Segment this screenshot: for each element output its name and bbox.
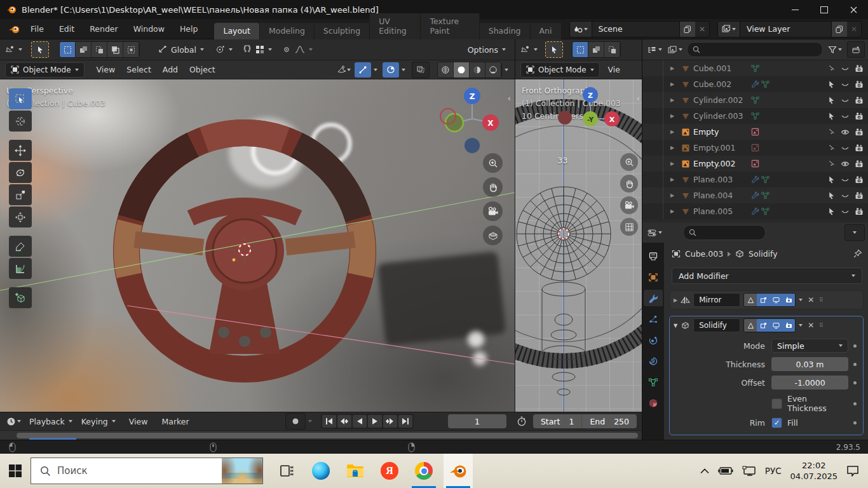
visibility-icon[interactable] [841, 207, 850, 216]
task-view-button[interactable] [272, 454, 301, 488]
solidify-mode-dropdown[interactable]: Simple [771, 339, 848, 353]
solidify-cage-toggle[interactable] [757, 319, 770, 332]
expand-arrow-icon[interactable]: ▶ [670, 145, 678, 151]
select-mode-invert[interactable] [107, 42, 123, 57]
thickness-field[interactable]: 0.03 m [771, 357, 848, 371]
expand-arrow-icon[interactable]: ▶ [670, 193, 678, 198]
pan-view-button[interactable] [483, 177, 503, 197]
outliner-row-plane.003[interactable]: ▶Plane.003 [642, 172, 868, 187]
outliner-row-cube.002[interactable]: ▶Cube.002 [642, 76, 868, 92]
properties-options-dropdown[interactable] [844, 224, 865, 241]
menu-window[interactable]: Window [126, 19, 172, 39]
tool-annotate[interactable] [9, 236, 32, 257]
menu-render[interactable]: Render [82, 19, 126, 39]
mirror-close-icon[interactable]: ✕ [806, 295, 816, 304]
scene-icon[interactable] [570, 22, 592, 37]
render-visibility-icon[interactable] [855, 144, 864, 152]
selectability-icon[interactable] [827, 80, 836, 88]
current-frame-field[interactable]: 1 [448, 414, 506, 428]
animate-rim-dot[interactable] [853, 421, 857, 424]
visibility-icon[interactable] [841, 80, 850, 89]
tab-object-data-properties[interactable] [644, 374, 663, 390]
object-name[interactable]: Plane.004 [693, 191, 748, 200]
select-mode-intersect[interactable] [123, 42, 139, 57]
close-button[interactable] [839, 0, 868, 19]
select-box-tool-button-ortho[interactable] [545, 41, 563, 58]
expand-arrow-icon[interactable]: ▶ [670, 161, 678, 166]
workspace-tab-sculpting[interactable]: Sculpting [315, 23, 370, 39]
new-view-layer-button[interactable] [831, 22, 847, 37]
expand-arrow-icon[interactable]: ▶ [670, 81, 678, 87]
camera-view-button-ortho[interactable] [620, 196, 638, 214]
workspace-tab-texture-paint[interactable]: Texture Paint [421, 13, 479, 39]
viewport-menu-view[interactable]: View [91, 65, 121, 74]
outliner-row-cylinder.003[interactable]: ▶Cylinder.003 [642, 108, 868, 124]
expand-arrow-icon[interactable]: ▶ [670, 97, 678, 103]
remove-view-layer-button[interactable]: ✕ [847, 22, 861, 37]
outliner-row-cube.001[interactable]: ▶Cube.001 [642, 60, 868, 76]
viewport-canvas-ortho[interactable]: Front Orthographic (1) Collection | Cube… [515, 79, 642, 412]
selectability-icon[interactable] [827, 64, 836, 72]
object-name[interactable]: Empty [693, 127, 748, 137]
expand-mirror-icon[interactable]: ▶ [674, 297, 677, 303]
options-dropdown[interactable]: Options [468, 45, 506, 55]
add-modifier-dropdown[interactable]: Add Modifier [672, 268, 862, 284]
file-explorer-icon[interactable] [341, 454, 370, 488]
view-layer-icon[interactable] [718, 22, 740, 37]
snap-settings-dropdown[interactable] [255, 45, 272, 54]
active-tool-dropdown-ortho[interactable] [520, 42, 538, 57]
play-reverse-button[interactable] [353, 415, 367, 428]
animate-mode-dot[interactable] [853, 344, 857, 348]
selectability-icon[interactable] [827, 128, 836, 136]
mirror-render-toggle[interactable] [782, 294, 795, 306]
outliner-row-plane.004[interactable]: ▶Plane.004 [642, 187, 868, 203]
edge-browser-icon[interactable] [306, 454, 336, 488]
new-scene-button[interactable] [679, 22, 695, 37]
selectability-icon[interactable] [827, 175, 836, 184]
search-highlight-image[interactable] [222, 458, 262, 484]
tool-move[interactable] [9, 140, 32, 161]
tab-particle-properties[interactable] [644, 311, 663, 327]
chrome-browser-icon[interactable] [409, 454, 438, 488]
object-name[interactable]: Empty.001 [693, 143, 748, 152]
render-visibility-icon[interactable] [855, 112, 864, 121]
expand-arrow-icon[interactable]: ▶ [670, 113, 678, 119]
start-frame-field[interactable]: Start1 [533, 414, 583, 428]
selectability-icon[interactable] [827, 112, 836, 120]
workspace-tab-shading[interactable]: Shading [480, 23, 531, 39]
outliner-filter-dropdown[interactable] [827, 42, 843, 57]
viewport-canvas-main[interactable]: User Perspective (1) Collection | Cube.0… [0, 79, 515, 412]
action-center-icon[interactable] [846, 465, 859, 477]
render-visibility-icon[interactable] [855, 128, 864, 137]
workspace-tab-uv-editing[interactable]: UV Editing [370, 13, 421, 39]
outliner-search-input[interactable] [687, 42, 823, 57]
render-visibility-icon[interactable] [855, 191, 864, 200]
object-name[interactable]: Cylinder.003 [693, 111, 748, 121]
select-mode-subtract[interactable] [92, 42, 107, 57]
tool-measure[interactable] [9, 258, 32, 279]
solidify-realtime-toggle[interactable] [770, 319, 782, 332]
breadcrumb-modifier-name[interactable]: Solidify [749, 249, 778, 259]
taskbar-search-input[interactable]: Поиск [31, 458, 263, 484]
taskbar-clock[interactable]: 22:02 04.07.2025 [790, 460, 837, 482]
jump-to-start-button[interactable] [322, 415, 336, 428]
object-name[interactable]: Cylinder.002 [693, 95, 748, 105]
menu-file[interactable]: File [23, 19, 51, 39]
timeline-track[interactable] [0, 430, 642, 440]
visibility-icon[interactable] [841, 96, 850, 105]
expand-arrow-icon[interactable]: ▶ [670, 177, 678, 182]
workspace-tab-modeling[interactable]: Modeling [260, 23, 315, 39]
mirror-cage-toggle[interactable] [757, 294, 770, 306]
proportional-edit-toggle[interactable] [282, 45, 313, 54]
collapse-solidify-icon[interactable]: ▼ [674, 323, 677, 329]
tool-transform[interactable] [9, 207, 32, 227]
even-thickness-checkbox[interactable] [771, 398, 782, 409]
mirror-realtime-toggle[interactable] [770, 294, 782, 306]
tool-scale[interactable] [9, 184, 32, 205]
select-mode-extend-ortho[interactable] [588, 42, 604, 57]
select-box-tool-button[interactable] [31, 41, 49, 58]
battery-icon[interactable] [718, 466, 733, 475]
timeline-view-menu[interactable]: View [123, 417, 154, 426]
unlink-scene-button[interactable]: ✕ [695, 22, 709, 37]
viewport-menu-add[interactable]: Add [157, 65, 184, 74]
